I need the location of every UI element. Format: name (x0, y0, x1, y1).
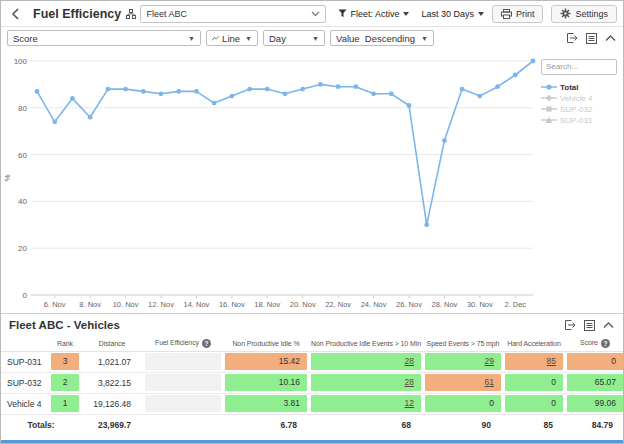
column-header-rank[interactable]: Rank (49, 336, 81, 351)
gear-icon (560, 8, 571, 19)
interval-value: Day (269, 33, 307, 44)
export-table-button[interactable] (563, 318, 577, 332)
data-point[interactable] (300, 87, 305, 92)
total-hard-accel: 85 (503, 414, 565, 436)
cell-distance: 3,822.15 (81, 372, 143, 393)
y-axis-label: % (3, 174, 12, 181)
chart-legend-toggle-button[interactable] (584, 31, 598, 45)
collapse-chart-button[interactable] (603, 31, 617, 45)
fleet-filter-label: Fleet: Active (350, 9, 399, 19)
chart-toolbar: Score ▼ Line ▼ Day ▼ Value Descending ▼ (1, 27, 623, 49)
column-header-hard-acceleration[interactable]: Hard Acceleration (503, 336, 565, 351)
cell-idle-events[interactable]: 28 (311, 374, 421, 391)
data-point[interactable] (354, 84, 359, 89)
data-point[interactable] (371, 91, 376, 96)
cell-fuel-efficiency (145, 353, 221, 370)
interval-select[interactable]: Day ▼ (263, 30, 325, 46)
collapse-table-button[interactable] (601, 318, 615, 332)
fuel-efficiency-app: Fuel Efficiency Fleet ABC Fleet: Active … (0, 0, 624, 444)
data-point[interactable] (35, 89, 40, 94)
cell-distance: 1,021.07 (81, 351, 143, 372)
data-point[interactable] (513, 73, 518, 78)
table-options-button[interactable] (582, 318, 596, 332)
sort-value: Value Descending (336, 33, 416, 44)
data-point[interactable] (442, 138, 447, 143)
date-range-dropdown[interactable]: Last 30 Days (421, 9, 484, 19)
back-button[interactable] (7, 6, 23, 22)
cell-speed-events[interactable]: 29 (425, 353, 501, 370)
data-point[interactable] (283, 91, 288, 96)
cell-hard-accel: 0 (505, 395, 563, 412)
data-point[interactable] (531, 59, 536, 64)
x-tick-label: 22. Nov (325, 300, 351, 309)
data-point[interactable] (460, 87, 465, 92)
cell-hard-accel[interactable]: 85 (505, 353, 563, 370)
chart-type-select[interactable]: Line ▼ (206, 30, 258, 46)
chart-area: 020406080100%6. Nov8. Nov10. Nov12. Nov1… (1, 49, 623, 313)
data-point[interactable] (407, 103, 412, 108)
vehicle-name[interactable]: SUP-032 (1, 372, 49, 393)
y-tick-label: 40 (18, 197, 27, 206)
legend-item-sup-032[interactable]: SUP-032 (541, 104, 619, 115)
data-point[interactable] (265, 87, 270, 92)
legend-item-sup-031[interactable]: SUP-031 (541, 115, 619, 126)
legend-item-vehicle-4[interactable]: Vehicle 4 (541, 93, 619, 104)
data-point[interactable] (389, 91, 394, 96)
data-point[interactable] (478, 94, 483, 99)
legend-item-total[interactable]: Total (541, 82, 619, 93)
column-header-speed-events-75-mph[interactable]: Speed Events > 75 mph (423, 336, 503, 351)
metric-select[interactable]: Score ▼ (7, 30, 201, 46)
legend-marker-icon (541, 104, 557, 114)
column-header-distance[interactable]: Distance (81, 336, 143, 351)
legend-list: TotalVehicle 4SUP-032SUP-031 (541, 82, 619, 126)
metric-select-value: Score (13, 33, 183, 44)
fuel-efficiency-line-chart: 020406080100%6. Nov8. Nov10. Nov12. Nov1… (1, 49, 539, 313)
cell-idle-events[interactable]: 12 (311, 395, 421, 412)
data-point[interactable] (194, 89, 199, 94)
data-point[interactable] (424, 222, 429, 227)
data-point[interactable] (212, 101, 217, 106)
x-tick-label: 24. Nov (361, 300, 387, 309)
x-tick-label: 20. Nov (290, 300, 316, 309)
y-tick-label: 100 (14, 57, 28, 66)
settings-button[interactable]: Settings (551, 5, 617, 23)
caret-down-icon: ▼ (312, 35, 319, 42)
legend-search-input[interactable] (541, 59, 617, 75)
help-icon[interactable]: ? (601, 339, 610, 348)
cell-fuel-efficiency (145, 395, 221, 412)
fleet-filter-dropdown[interactable]: Fleet: Active (338, 9, 409, 19)
export-chart-button[interactable] (565, 31, 579, 45)
column-header-non-productive-idle-events-10-min[interactable]: Non Productive Idle Events > 10 Min (309, 336, 423, 351)
data-point[interactable] (318, 82, 323, 87)
data-point[interactable] (159, 91, 164, 96)
data-point[interactable] (70, 96, 75, 101)
cell-idle-events[interactable]: 28 (311, 353, 421, 370)
vehicle-name[interactable]: SUP-031 (1, 351, 49, 372)
data-point[interactable] (176, 89, 181, 94)
data-point[interactable] (123, 87, 128, 92)
column-header-fuel-efficiency[interactable]: Fuel Efficiency? (143, 336, 223, 351)
vehicle-name[interactable]: Vehicle 4 (1, 393, 49, 414)
data-point[interactable] (141, 89, 146, 94)
fleet-select[interactable]: Fleet ABC (140, 5, 326, 23)
data-point[interactable] (230, 94, 235, 99)
cell-score: 99.06 (567, 395, 623, 412)
cell-score: 0 (567, 353, 623, 370)
caret-down-icon: ▼ (188, 35, 195, 42)
column-header-non-productive-idle-[interactable]: Non Productive Idle % (223, 336, 309, 351)
data-point[interactable] (247, 87, 252, 92)
y-tick-label: 60 (18, 151, 27, 160)
data-point[interactable] (495, 84, 500, 89)
filter-funnel-icon (338, 9, 347, 18)
x-tick-label: 28. Nov (431, 300, 457, 309)
data-point[interactable] (106, 87, 111, 92)
print-button[interactable]: Print (492, 5, 544, 23)
data-point[interactable] (88, 115, 93, 120)
cell-speed-events[interactable]: 61 (425, 374, 501, 391)
sort-select[interactable]: Value Descending ▼ (330, 30, 434, 46)
data-point[interactable] (336, 84, 341, 89)
help-icon[interactable]: ? (202, 339, 211, 348)
x-tick-label: 8. Nov (79, 300, 101, 309)
column-header-score[interactable]: Score? (565, 336, 624, 351)
data-point[interactable] (52, 119, 57, 124)
